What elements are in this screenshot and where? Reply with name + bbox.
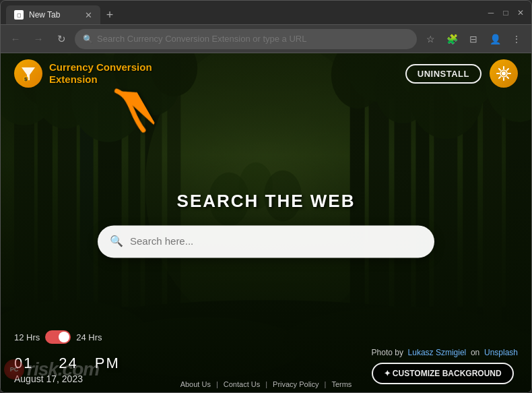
active-tab[interactable]: ◻ New Tab ✕ <box>6 5 100 24</box>
split-screen-button[interactable]: ⊟ <box>464 30 483 49</box>
logo-text: Currency Conversion Extension <box>49 61 152 86</box>
photographer-link[interactable]: Lukasz Szmigiel <box>408 348 467 357</box>
title-bar: ◻ New Tab ✕ + ─ □ ✕ <box>1 1 531 25</box>
extension-settings-button[interactable] <box>490 59 518 88</box>
header-bar: $ Currency Conversion Extension UNINSTAL… <box>1 53 531 94</box>
tab-close-button[interactable]: ✕ <box>85 11 92 20</box>
reload-button[interactable]: ↻ <box>52 30 71 49</box>
extensions-button[interactable]: 🧩 <box>442 30 461 49</box>
search-section: SEARCH THE WEB 🔍 <box>98 191 434 258</box>
pcrisk-text: risk.com <box>27 359 99 380</box>
footer-about[interactable]: About Us <box>180 380 211 388</box>
search-input[interactable] <box>130 235 422 247</box>
photo-credit: Photo by Lukasz Szmigiel on Unsplash <box>372 348 518 357</box>
search-icon: 🔍 <box>83 34 93 44</box>
window-controls: ─ □ ✕ <box>486 7 526 18</box>
search-title: SEARCH THE WEB <box>98 191 434 212</box>
pcrisk-logo-icon: PC <box>4 359 24 380</box>
menu-button[interactable]: ⋮ <box>507 30 526 49</box>
time-format-toggle[interactable] <box>45 330 71 344</box>
profile-button[interactable]: 👤 <box>486 30 504 49</box>
toolbar: ← → ↻ 🔍 ☆ 🧩 ⊟ 👤 ⋮ <box>1 25 531 53</box>
bookmark-this-button[interactable]: ☆ <box>421 30 440 49</box>
page-content: $ Currency Conversion Extension UNINSTAL… <box>1 53 531 392</box>
forward-button[interactable]: → <box>29 30 48 49</box>
time-toggle-row: 12 Hrs 24 Hrs <box>14 330 120 344</box>
customize-background-button[interactable]: ✦ CUSTOMIZE BACKGROUND <box>372 363 514 384</box>
tab-title: New Tab <box>29 10 60 20</box>
browser-frame: ◻ New Tab ✕ + ─ □ ✕ ← → ↻ 🔍 ☆ 🧩 ⊟ 👤 ⋮ <box>0 0 532 393</box>
close-window-button[interactable]: ✕ <box>515 7 526 18</box>
header-right: UNINSTALL <box>405 59 518 88</box>
uninstall-button[interactable]: UNINSTALL <box>405 64 481 84</box>
right-bottom: Photo by Lukasz Szmigiel on Unsplash ✦ C… <box>372 348 518 384</box>
platform-link[interactable]: Unsplash <box>484 348 518 357</box>
24hr-label: 24 Hrs <box>76 332 102 342</box>
new-tab-button[interactable]: + <box>100 5 119 24</box>
tab-area: ◻ New Tab ✕ + <box>6 1 476 24</box>
address-input[interactable] <box>97 34 409 44</box>
svg-point-47 <box>502 71 506 75</box>
address-bar[interactable]: 🔍 <box>75 29 417 49</box>
footer-privacy[interactable]: Privacy Policy <box>273 380 319 388</box>
search-box[interactable]: 🔍 <box>98 225 434 258</box>
footer-links: About Us | Contact Us | Privacy Policy |… <box>180 380 352 388</box>
search-box-icon: 🔍 <box>110 235 123 247</box>
12hr-label: 12 Hrs <box>14 332 40 342</box>
footer-terms[interactable]: Terms <box>331 380 352 388</box>
maximize-button[interactable]: □ <box>500 7 511 18</box>
tab-favicon: ◻ <box>14 10 24 20</box>
minimize-button[interactable]: ─ <box>486 7 496 18</box>
pcrisk-watermark: PC risk.com <box>4 359 99 380</box>
toolbar-actions: ☆ 🧩 ⊟ 👤 ⋮ <box>421 30 526 49</box>
logo-icon: $ <box>14 59 42 88</box>
toggle-thumb <box>59 332 69 342</box>
svg-text:$: $ <box>24 76 28 82</box>
footer-contact[interactable]: Contact Us <box>224 380 260 388</box>
back-button[interactable]: ← <box>6 30 25 49</box>
